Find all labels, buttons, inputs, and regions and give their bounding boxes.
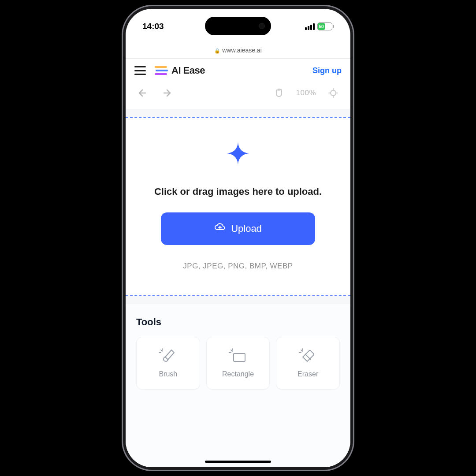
tools-title: Tools bbox=[136, 316, 340, 328]
tools-panel: Tools Brush bbox=[126, 304, 350, 467]
canvas-spacer-2 bbox=[126, 296, 350, 304]
tool-label: Brush bbox=[159, 370, 177, 378]
logo-icon bbox=[155, 65, 168, 76]
brush-icon bbox=[158, 348, 178, 366]
upload-button-label: Upload bbox=[231, 223, 262, 234]
dropzone-prompt: Click or drag images here to upload. bbox=[134, 185, 342, 198]
svg-point-0 bbox=[331, 90, 336, 96]
pan-hand-icon[interactable] bbox=[274, 88, 284, 98]
upload-button[interactable]: Upload bbox=[161, 212, 315, 245]
browser-url-bar[interactable]: 🔒www.aiease.ai bbox=[126, 44, 350, 59]
canvas-spacer bbox=[126, 109, 350, 117]
zoom-level[interactable]: 100% bbox=[296, 89, 316, 97]
supported-formats: JPG, JPEG, PNG, BMP, WEBP bbox=[134, 262, 342, 271]
upload-dropzone[interactable]: Click or drag images here to upload. Upl… bbox=[126, 117, 350, 296]
tool-label: Eraser bbox=[298, 370, 318, 378]
status-time: 14:03 bbox=[142, 22, 164, 31]
lock-icon: 🔒 bbox=[214, 48, 220, 53]
logo-text: AI Ease bbox=[171, 65, 205, 76]
battery-icon: 50 bbox=[317, 22, 334, 30]
browser-url: www.aiease.ai bbox=[222, 47, 262, 54]
center-target-icon[interactable] bbox=[328, 88, 338, 98]
tool-brush[interactable]: Brush bbox=[136, 337, 200, 390]
menu-icon[interactable] bbox=[134, 66, 146, 75]
editor-toolbar: 100% bbox=[126, 82, 350, 109]
tool-label: Rectangle bbox=[222, 370, 254, 378]
eraser-icon bbox=[298, 348, 318, 366]
tool-rectangle[interactable]: Rectangle bbox=[206, 337, 270, 390]
rectangle-icon bbox=[228, 348, 248, 366]
signal-icon bbox=[305, 23, 315, 30]
cloud-upload-icon bbox=[214, 223, 226, 235]
logo[interactable]: AI Ease bbox=[155, 65, 205, 76]
signup-link[interactable]: Sign up bbox=[312, 66, 342, 75]
sparkle-plus-icon bbox=[134, 139, 342, 167]
app-header: AI Ease Sign up bbox=[126, 59, 350, 82]
dynamic-island bbox=[205, 17, 271, 35]
tool-eraser[interactable]: Eraser bbox=[276, 337, 340, 390]
svg-rect-1 bbox=[234, 353, 245, 361]
home-indicator[interactable] bbox=[205, 461, 271, 463]
redo-icon[interactable] bbox=[161, 88, 171, 98]
undo-icon[interactable] bbox=[138, 88, 149, 98]
